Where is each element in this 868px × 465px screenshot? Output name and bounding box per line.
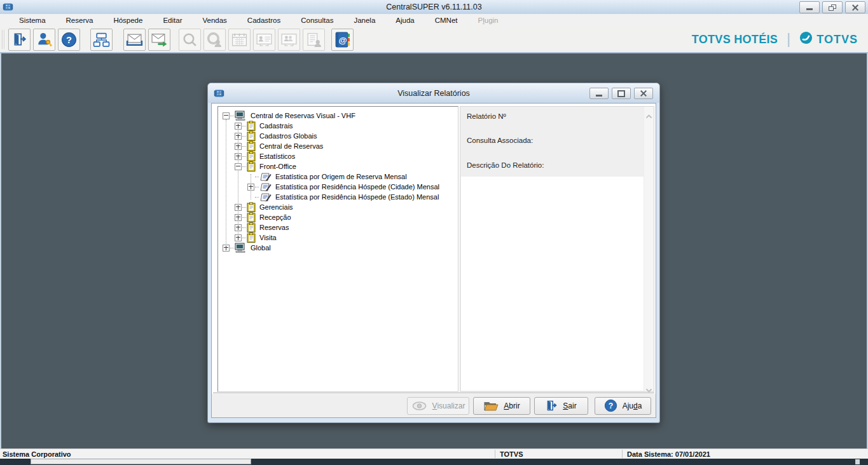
menu-ajuda[interactable]: Ajuda xyxy=(396,17,414,24)
tree-item-visita[interactable]: Visita xyxy=(218,232,458,243)
tree-item-label[interactable]: Central de Reservas xyxy=(258,142,324,150)
status-bar: Sistema Corporativo TOTVS Data Sistema: … xyxy=(0,448,868,459)
toolbar-user-key-button[interactable] xyxy=(33,29,55,51)
menu-plugin: Plugin xyxy=(478,17,499,24)
expand-plus-icon[interactable] xyxy=(235,133,242,140)
tree-item-cadastrais[interactable]: Cadastrais xyxy=(218,121,458,131)
tree-item-gerenciais[interactable]: Gerenciais xyxy=(218,202,458,212)
toolbar-exit-door-button[interactable] xyxy=(8,29,31,51)
tree-item-estatisticos[interactable]: Estatísticos xyxy=(218,151,458,161)
taskbar-search-box[interactable] xyxy=(31,459,251,464)
menu-sistema[interactable]: Sistema xyxy=(19,17,46,24)
menu-cmnet[interactable]: CMNet xyxy=(435,17,458,24)
tree-item-front-office[interactable]: Front-Office xyxy=(218,161,458,172)
menu-janela[interactable]: Janela xyxy=(354,17,375,24)
collapse-minus-icon[interactable] xyxy=(223,112,230,119)
tree-item-label[interactable]: Visita xyxy=(258,234,278,241)
toolbar-mail-inbox-button[interactable] xyxy=(123,29,146,51)
folder-icon xyxy=(247,151,256,161)
tree-item-global[interactable]: Global xyxy=(218,243,458,253)
button-label: Ajuda xyxy=(623,401,642,410)
dialog-maximize-button[interactable] xyxy=(612,88,631,99)
search-icon xyxy=(182,32,198,48)
sair-button[interactable]: Sair xyxy=(534,397,588,415)
tree-connector xyxy=(242,227,246,228)
menu-consultas[interactable]: Consultas xyxy=(301,17,333,24)
tree-connector xyxy=(242,217,246,218)
tree-item-cadastros-globais[interactable]: Cadastros Globais xyxy=(218,131,458,141)
expand-plus-icon[interactable] xyxy=(235,204,242,211)
menu-reserva[interactable]: Reserva xyxy=(66,17,93,24)
expand-plus-icon[interactable] xyxy=(235,123,242,130)
expand-plus-icon[interactable] xyxy=(235,143,242,150)
tree-item-label[interactable]: Estatística por Residência Hóspede (Esta… xyxy=(274,193,440,201)
tree-item-label[interactable]: Gerenciais xyxy=(258,203,294,211)
expand-plus-icon[interactable] xyxy=(235,214,242,221)
dialog-close-button[interactable] xyxy=(634,88,653,99)
tree-connector xyxy=(242,136,246,137)
menu-hospede[interactable]: Hóspede xyxy=(113,17,142,24)
close-icon xyxy=(640,90,647,97)
tree-item-recepcao[interactable]: Recepção xyxy=(218,212,458,222)
report-description-box[interactable] xyxy=(461,177,653,391)
tree-item-label[interactable]: Recepção xyxy=(258,213,293,221)
contact-card-icon xyxy=(256,32,273,48)
toolbar-org-chart-button[interactable] xyxy=(90,29,113,51)
description-scrollbar[interactable] xyxy=(644,107,654,391)
toolbar-mail-send-button[interactable] xyxy=(148,29,170,51)
reports-tree-panel[interactable]: Central de Reservas Visual - VHFCadastra… xyxy=(217,106,458,392)
folder-icon xyxy=(247,161,256,172)
expand-plus-icon[interactable] xyxy=(235,224,242,231)
taskbar-edge-tick xyxy=(855,459,860,464)
tree-item-label[interactable]: Estatística por Residência Hóspede (Cida… xyxy=(274,183,441,191)
expand-plus-icon[interactable] xyxy=(247,184,254,191)
tree-item-label[interactable]: Global xyxy=(249,244,272,252)
tree-item-central-de-reservas-visual-vhf[interactable]: Central de Reservas Visual - VHF xyxy=(218,111,458,121)
dialog-titlebar[interactable]: Visualizar Relatórios xyxy=(208,83,659,103)
dialog-body: Central de Reservas Visual - VHFCadastra… xyxy=(211,103,656,418)
dialog-button-strip: VisualizarAbrirSair?Ajuda xyxy=(212,394,656,417)
toolbar-group-card-button xyxy=(278,29,300,51)
toolbar-contact-card-button xyxy=(253,29,275,51)
tree-item-label[interactable]: Front-Office xyxy=(258,163,298,170)
tree-connector xyxy=(242,156,246,157)
tree-item-estatistica-por-residencia-hospede-cidade-mensal[interactable]: Estatística por Residência Hóspede (Cida… xyxy=(218,182,458,192)
tree-item-central-de-reservas[interactable]: Central de Reservas xyxy=(218,141,458,151)
tree-item-label[interactable]: Estatística por Origem de Reserva Mensal xyxy=(274,173,408,180)
dialog-minimize-button[interactable] xyxy=(589,88,609,99)
ajuda-button[interactable]: ?Ajuda xyxy=(595,397,651,415)
menu-vendas[interactable]: Vendas xyxy=(202,17,226,24)
status-company-label: TOTVS xyxy=(500,450,523,458)
tree-item-label[interactable]: Estatísticos xyxy=(258,152,296,160)
tree-item-label[interactable]: Reservas xyxy=(258,224,290,231)
window-close-button[interactable] xyxy=(845,1,865,13)
tree-item-label[interactable]: Cadastrais xyxy=(258,122,294,130)
tree-item-estatistica-por-residencia-hospede-estado-mensal[interactable]: Estatística por Residência Hóspede (Esta… xyxy=(218,192,458,202)
scroll-down-icon[interactable] xyxy=(645,384,652,388)
expand-plus-icon[interactable] xyxy=(223,245,230,252)
report-number-label: Relatório Nº xyxy=(467,112,506,120)
tree-item-label[interactable]: Cadastros Globais xyxy=(258,132,319,140)
tree-item-estatistica-por-origem-de-reserva-mensal[interactable]: Estatística por Origem de Reserva Mensal xyxy=(218,172,458,182)
expand-plus-icon[interactable] xyxy=(235,153,242,160)
dialog-window-controls xyxy=(589,88,653,99)
button-label: Sair xyxy=(563,401,576,410)
status-separator xyxy=(622,450,623,458)
report-description-label: Descrição Do Relatório: xyxy=(467,161,544,169)
expand-plus-icon[interactable] xyxy=(235,234,242,241)
toolbar-help-circle-button[interactable]: ? xyxy=(58,29,80,51)
folder-icon xyxy=(247,131,256,141)
window-restore-button[interactable] xyxy=(822,1,843,13)
tree-item-label[interactable]: Central de Reservas Visual - VHF xyxy=(249,112,357,119)
tree-item-reservas[interactable]: Reservas xyxy=(218,222,458,232)
abrir-button[interactable]: Abrir xyxy=(473,397,530,415)
toolbar-address-book-button[interactable]: @ xyxy=(331,29,354,51)
org-chart-icon xyxy=(93,32,110,48)
associated-query-label: Consulta Associada: xyxy=(467,137,533,144)
window-minimize-button[interactable] xyxy=(799,1,820,13)
scroll-up-icon[interactable] xyxy=(645,110,652,114)
menu-editar[interactable]: Editar xyxy=(163,17,182,24)
collapse-minus-icon[interactable] xyxy=(235,163,242,170)
tree-connector xyxy=(242,207,246,208)
menu-cadastros[interactable]: Cadastros xyxy=(247,17,280,24)
